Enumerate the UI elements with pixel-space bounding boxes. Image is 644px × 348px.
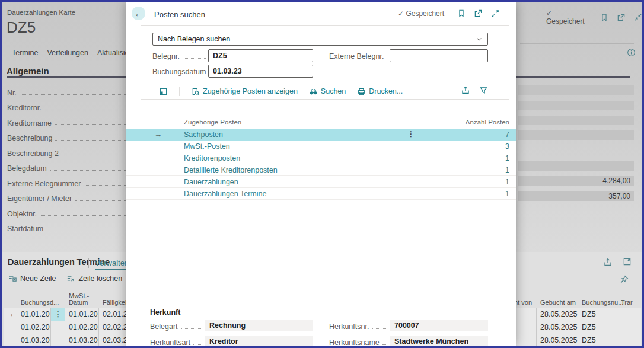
table-row-kreditorenposten[interactable]: Kreditorenposten 1 bbox=[126, 152, 516, 164]
delete-line-button[interactable]: Zeile löschen bbox=[66, 274, 122, 283]
divider bbox=[88, 258, 89, 268]
col-arrow bbox=[4, 292, 17, 308]
field-label: Objektnr. bbox=[7, 210, 37, 218]
belegnr-input[interactable] bbox=[208, 49, 313, 62]
field-row: Nr. bbox=[7, 85, 127, 101]
table-row-dauerzahlungen[interactable]: Dauerzahlungen 1 bbox=[126, 176, 516, 188]
subpage-action-bar: Neue Zeile Zeile löschen bbox=[8, 274, 122, 283]
col-transaktion[interactable]: Trar bbox=[617, 292, 641, 308]
readonly-field-amount: 4.284,00 bbox=[518, 176, 634, 186]
cell-transaktion[interactable] bbox=[617, 308, 641, 321]
divider bbox=[520, 43, 634, 44]
entry-count-link[interactable]: 1 bbox=[505, 154, 509, 162]
row-ellipsis-menu-icon[interactable]: ⋮ bbox=[51, 308, 65, 321]
section-header-allgemein[interactable]: Allgemein bbox=[7, 66, 49, 76]
search-mode-dropdown[interactable]: Nach Belegen suchen bbox=[152, 33, 488, 46]
herkunft-section-title: Herkunft bbox=[150, 308, 180, 317]
belegnr-label: Belegnr. bbox=[152, 52, 180, 60]
entry-count-link[interactable]: 1 bbox=[505, 166, 509, 174]
cell-mwst-datum[interactable]: 01.03.2023 bbox=[65, 334, 99, 347]
entry-type-link[interactable]: Sachposten bbox=[184, 130, 223, 139]
page-title: DZ5 bbox=[7, 18, 36, 37]
saved-status: ✓ Gespeichert bbox=[398, 9, 444, 18]
cell-buchungsdatum[interactable]: 01.03.2023 bbox=[17, 334, 51, 347]
externe-belegnr-input[interactable] bbox=[390, 49, 488, 62]
table-row-detaillierte-kreditorenposten[interactable]: Detaillierte Kreditorenposten 1 bbox=[126, 164, 516, 176]
entry-type-link[interactable]: Detaillierte Kreditorenposten bbox=[184, 166, 278, 174]
share-icon[interactable] bbox=[603, 257, 613, 267]
entry-type-link[interactable]: Kreditorenposten bbox=[184, 154, 240, 162]
entry-count-link[interactable]: 1 bbox=[505, 190, 509, 198]
search-button[interactable]: Suchen bbox=[309, 87, 346, 96]
herkunftsart-value: Kreditor bbox=[205, 336, 313, 347]
col-zugehoerige-posten[interactable]: Zugehörige Posten bbox=[184, 119, 241, 126]
print-button[interactable]: Drucken... bbox=[357, 87, 403, 96]
readonly-field-amount: 357,00 bbox=[518, 191, 634, 201]
col-anzahl-posten[interactable]: Anzahl Posten bbox=[466, 119, 509, 126]
readonly-field bbox=[518, 116, 634, 125]
cell-buchungsdatum[interactable]: 01.02.2023 bbox=[17, 321, 51, 334]
entry-type-link[interactable]: MwSt.-Posten bbox=[184, 142, 230, 151]
cell-gebucht-am[interactable]: 28.05.2025 bbox=[537, 308, 578, 321]
share-icon[interactable] bbox=[461, 85, 470, 95]
collapse-icon[interactable] bbox=[634, 13, 642, 21]
row-ellipsis-menu-icon[interactable]: ⋮ bbox=[406, 130, 416, 138]
entry-count-link[interactable]: 7 bbox=[505, 130, 509, 139]
cell-buchungsnr[interactable]: DZ5 bbox=[578, 334, 617, 347]
open-in-window-icon[interactable] bbox=[617, 13, 626, 22]
expand-icon[interactable] bbox=[491, 9, 499, 18]
breadcrumb[interactable]: Dauerzahlungen Karte bbox=[7, 9, 75, 16]
dotted-leader bbox=[193, 344, 202, 345]
cell-buchungsnr[interactable]: DZ5 bbox=[578, 308, 617, 321]
back-arrow-icon: ← bbox=[135, 9, 143, 18]
show-as-grid-icon[interactable] bbox=[159, 87, 168, 96]
field-row: Beschreibung 2 bbox=[7, 146, 127, 161]
cell-buchungsdatum[interactable]: 01.01.2023 bbox=[17, 308, 51, 321]
menu-verteilungen[interactable]: Verteilungen bbox=[47, 49, 88, 57]
table-row-mwst-posten[interactable]: MwSt.-Posten 3 bbox=[126, 141, 516, 152]
field-label: Externe Belegnummer bbox=[7, 180, 81, 188]
filter-icon[interactable] bbox=[479, 86, 488, 95]
dotted-leader bbox=[382, 344, 387, 345]
col-buchungsnr[interactable]: Buchungsnu... bbox=[578, 292, 617, 308]
cell-transaktion[interactable] bbox=[617, 321, 641, 334]
readonly-field bbox=[518, 101, 634, 110]
table-row-sachposten[interactable]: → Sachposten ⋮ 7 bbox=[126, 129, 516, 141]
buchungsdatum-input[interactable] bbox=[208, 65, 313, 78]
toolbar-divider bbox=[179, 87, 180, 96]
expand-subpage-icon[interactable] bbox=[623, 257, 632, 267]
cell-gebucht-am[interactable]: 28.05.2025 bbox=[537, 321, 578, 334]
entry-count-link[interactable]: 3 bbox=[505, 142, 509, 151]
cell-mwst-datum[interactable]: 01.01.2023 bbox=[65, 308, 99, 321]
tab-verwalten[interactable]: Verwalten bbox=[95, 258, 129, 270]
back-button[interactable]: ← bbox=[132, 7, 145, 20]
show-related-entries-button[interactable]: Zugehörige Posten anzeigen bbox=[191, 87, 298, 96]
entry-type-link[interactable]: Dauerzahlungen bbox=[184, 178, 238, 186]
table-row-dauerzahlungen-termine[interactable]: Dauerzahlungen Termine 1 bbox=[126, 188, 516, 200]
entry-count-link[interactable]: 1 bbox=[505, 178, 509, 186]
cell-mwst-datum[interactable]: 01.02.2023 bbox=[65, 321, 99, 334]
dotted-leader bbox=[181, 328, 202, 329]
col-mwst-datum[interactable]: MwSt.-Datum bbox=[65, 292, 99, 308]
col-menu bbox=[51, 292, 65, 308]
cell-transaktion[interactable] bbox=[617, 334, 641, 347]
cell-buchungsnr[interactable]: DZ5 bbox=[578, 321, 617, 334]
col-buchungsdatum[interactable]: Buchungsd... bbox=[17, 292, 51, 308]
bookmark-icon[interactable] bbox=[600, 13, 608, 22]
open-in-window-icon[interactable] bbox=[474, 9, 483, 18]
dotted-leader bbox=[75, 200, 126, 201]
new-line-button[interactable]: Neue Zeile bbox=[8, 274, 56, 283]
related-entries-table: → Sachposten ⋮ 7 MwSt.-Posten 3 Kreditor… bbox=[126, 129, 516, 200]
dotted-leader bbox=[50, 170, 126, 171]
cell-gebucht-am[interactable]: 28.05.2025 bbox=[537, 334, 578, 347]
menu-termine[interactable]: Termine bbox=[12, 49, 38, 57]
herkunftsname-value: Stadtwerke München bbox=[390, 336, 488, 347]
field-row: Externe Belegnummer bbox=[7, 176, 127, 191]
externe-belegnr-label: Externe Belegnr. bbox=[329, 52, 384, 60]
info-icon[interactable] bbox=[627, 48, 636, 57]
bookmark-icon[interactable] bbox=[457, 9, 466, 18]
pin-icon[interactable] bbox=[620, 275, 629, 284]
entry-type-link[interactable]: Dauerzahlungen Termine bbox=[184, 190, 266, 198]
col-gebucht-am[interactable]: Gebucht am bbox=[537, 292, 578, 308]
current-row-arrow-icon: → bbox=[154, 130, 162, 139]
